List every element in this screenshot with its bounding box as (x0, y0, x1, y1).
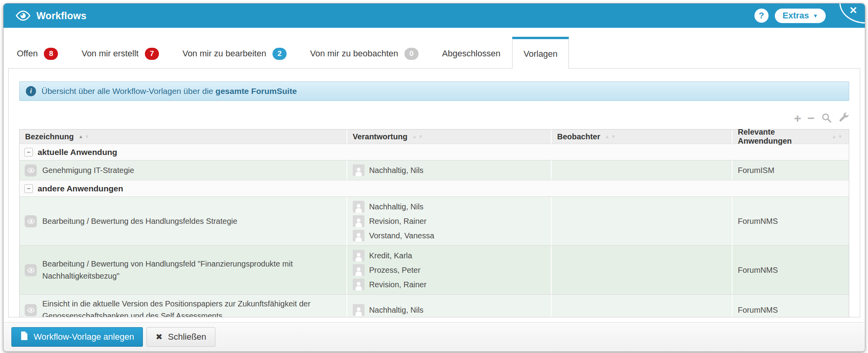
chevron-down-icon: ▼ (813, 13, 818, 18)
tab-offen[interactable]: Offen 8 (11, 39, 70, 68)
close-button[interactable]: ✕ (847, 5, 860, 16)
column-header-verantwortung[interactable]: Verantwortung ▲ ▼ (347, 130, 552, 144)
responsibility-cell: Nachhaltig, Nils (347, 295, 552, 317)
responsibility-cell: Nachhaltig, Nils (347, 160, 552, 180)
table-row[interactable]: Bearbeitung / Bewertung des Handlungsfel… (20, 196, 849, 245)
tab-badge: 8 (44, 48, 58, 60)
tab-content-panel: i Übersicht über alle Workflow-Vorlagen … (8, 68, 860, 317)
person-icon (353, 201, 365, 213)
application-label: ForumNMS (738, 306, 778, 315)
observer-cell (552, 197, 733, 245)
close-dialog-label: Schließen (168, 332, 206, 342)
person-item: Revision, Rainer (353, 279, 427, 290)
person-name: Nachhaltig, Nils (369, 202, 424, 211)
person-icon (353, 215, 365, 227)
wrench-icon (838, 112, 849, 124)
table-body: − aktuelle Anwendung Genehmigung IT-Stra… (20, 144, 849, 317)
sort-icons: ▲ ▼ (78, 134, 90, 139)
extras-button[interactable]: Extras ▼ (775, 9, 826, 23)
column-header-bezeichnung[interactable]: Bezeichnung ▲ ▼ (20, 130, 347, 144)
collapse-icon[interactable]: − (24, 148, 33, 157)
application-cell: ForumISM (733, 160, 849, 180)
help-button[interactable]: ? (754, 9, 769, 23)
workflow-templates-table: Bezeichnung ▲ ▼ Verantwortung ▲ ▼ (19, 129, 849, 317)
column-header-beobachter[interactable]: Beobachter ▲ ▼ (552, 130, 733, 144)
workflows-eye-icon (14, 10, 32, 22)
info-text: Übersicht über alle Workflow-Vorlagen üb… (42, 86, 297, 96)
panel-footer-gap (4, 317, 865, 322)
info-banner: i Übersicht über alle Workflow-Vorlagen … (19, 81, 849, 101)
info-icon: i (26, 86, 36, 96)
table-toolbar: + − (19, 111, 849, 125)
workflow-title: Bearbeitung / Bewertung von Handlungsfel… (42, 258, 327, 282)
settings-button[interactable] (838, 112, 849, 124)
tab-badge: 7 (145, 48, 159, 60)
collapse-all-button[interactable]: − (807, 112, 815, 124)
create-workflow-template-button[interactable]: Workflow-Vorlage anlegen (11, 327, 143, 347)
tab-label: Von mir erstellt (81, 49, 139, 59)
table-row[interactable]: Einsicht in die aktuelle Version des Pos… (20, 294, 849, 317)
document-icon (20, 331, 28, 343)
sort-asc-icon: ▲ (412, 134, 418, 139)
sort-desc-icon: ▼ (85, 134, 90, 139)
group-row[interactable]: − aktuelle Anwendung (20, 144, 849, 160)
workflow-eye-icon (25, 304, 37, 316)
table-row[interactable]: Genehmigung IT-Strategie Nachhaltig, Nil… (20, 160, 849, 180)
person-icon (353, 164, 365, 176)
search-button[interactable] (821, 112, 832, 124)
person-item: Nachhaltig, Nils (353, 304, 424, 316)
person-icon (353, 250, 365, 261)
tab-abgeschlossen[interactable]: Abgeschlossen (430, 39, 512, 68)
tab-von-mir-zu-bearbeiten[interactable]: Von mir zu bearbeiten 2 (171, 39, 298, 68)
workflow-eye-icon (25, 264, 37, 276)
person-icon (353, 304, 365, 316)
sort-desc-icon: ▼ (611, 134, 617, 139)
tab-label: Vorlagen (523, 49, 558, 59)
tab-badge: 2 (272, 48, 287, 60)
group-row[interactable]: − andere Anwendungen (20, 180, 849, 196)
person-name: Nachhaltig, Nils (369, 306, 424, 315)
tab-bar: Offen 8 Von mir erstellt 7 Von mir zu be… (4, 28, 865, 68)
tab-label: Von mir zu bearbeiten (182, 49, 266, 59)
bezeichnung-cell: Genehmigung IT-Strategie (20, 160, 347, 180)
create-workflow-template-label: Workflow-Vorlage anlegen (34, 332, 134, 342)
sort-asc-icon: ▲ (78, 134, 84, 139)
tab-label: Abgeschlossen (442, 49, 500, 59)
tab-von-mir-zu-beobachten[interactable]: Von mir zu beobachten 0 (298, 39, 430, 68)
bezeichnung-cell: Bearbeitung / Bewertung des Handlungsfel… (20, 197, 347, 245)
person-icon (353, 264, 365, 276)
person-name: Vorstand, Vanessa (369, 231, 434, 240)
sort-asc-icon: ▲ (605, 134, 610, 139)
collapse-icon[interactable]: − (24, 184, 33, 193)
person-name: Kredit, Karla (369, 251, 412, 260)
close-x-icon: ✖ (155, 332, 162, 342)
workflow-title: Genehmigung IT-Strategie (42, 164, 134, 176)
application-label: ForumISM (738, 166, 774, 175)
person-item: Nachhaltig, Nils (353, 201, 424, 213)
sort-desc-icon: ▼ (419, 134, 424, 139)
application-cell: ForumNMS (733, 295, 849, 317)
person-name: Prozess, Peter (369, 266, 420, 275)
workflow-eye-icon (25, 164, 37, 176)
tab-von-mir-erstellt[interactable]: Von mir erstellt 7 (70, 39, 171, 68)
person-item: Nachhaltig, Nils (353, 164, 424, 176)
person-name: Revision, Rainer (369, 280, 427, 289)
person-item: Kredit, Karla (353, 250, 412, 261)
footer-bar: Workflow-Vorlage anlegen ✖ Schließen (4, 322, 865, 351)
minus-icon: − (807, 112, 815, 124)
table-row[interactable]: Bearbeitung / Bewertung von Handlungsfel… (20, 245, 849, 294)
workflow-eye-icon (25, 215, 37, 227)
expand-all-button[interactable]: + (794, 112, 801, 124)
tab-vorlagen[interactable]: Vorlagen (512, 37, 569, 68)
close-dialog-button[interactable]: ✖ Schließen (146, 327, 215, 347)
observer-cell (552, 160, 733, 180)
page: Workflows ? Extras ▼ ✕ Offen 8 Von mir e… (0, 0, 868, 353)
extras-label: Extras (783, 11, 809, 21)
sort-desc-icon: ▼ (838, 134, 843, 139)
sort-icons: ▲ ▼ (605, 134, 617, 139)
tab-label: Von mir zu beobachten (310, 49, 398, 59)
plus-icon: + (794, 112, 801, 124)
info-text-bold: gesamte ForumSuite (215, 86, 297, 95)
observer-cell (552, 246, 733, 294)
column-header-relevante-anwendungen[interactable]: Relevante Anwendungen ▲ ▼ (733, 130, 849, 144)
